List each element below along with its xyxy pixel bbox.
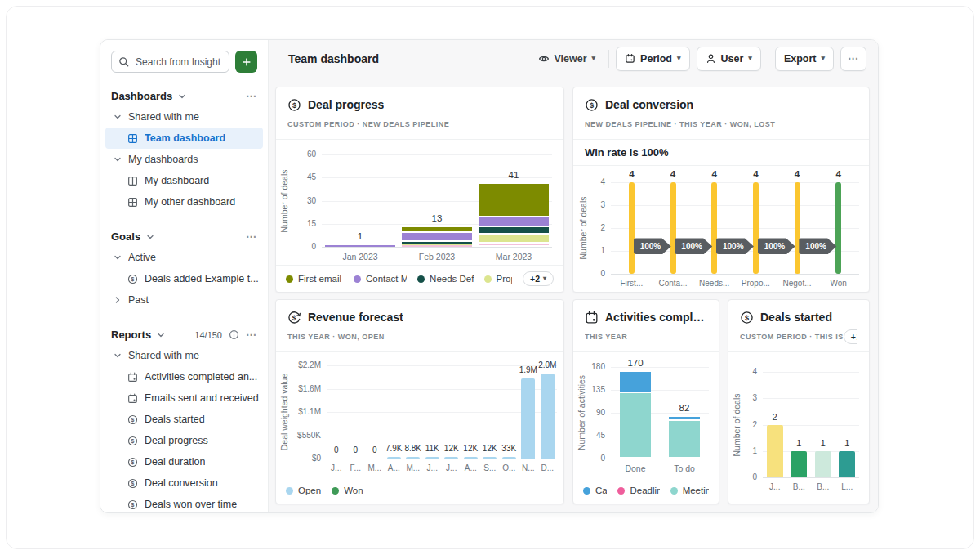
sidebar-item-deals-added-example-t[interactable]: $Deals added Example t... bbox=[105, 268, 263, 289]
sidebar-item-deal-duration[interactable]: $Deal duration bbox=[105, 451, 263, 472]
sidebar-item-shared-with-me[interactable]: Shared with me bbox=[105, 106, 263, 128]
bar-segment-meeting[interactable] bbox=[620, 393, 651, 457]
section-menu-button[interactable]: ⋯ bbox=[246, 91, 257, 101]
chevron-down-icon: ▾ bbox=[821, 55, 825, 62]
bar-segment-contact-made[interactable] bbox=[325, 245, 395, 247]
more-actions-button[interactable]: ⋯ bbox=[840, 47, 866, 71]
bar-total-label: 82 bbox=[679, 403, 690, 413]
bar-segment-contact-made[interactable] bbox=[479, 217, 549, 225]
export-label: Export bbox=[784, 53, 817, 65]
bar-l-3[interactable] bbox=[839, 451, 855, 477]
sidebar-section-header-goals[interactable]: Goals⋯ bbox=[100, 226, 268, 247]
search-box[interactable] bbox=[111, 51, 229, 73]
bar-segment-contact-made[interactable] bbox=[402, 233, 472, 240]
bar-a-3[interactable] bbox=[387, 457, 401, 459]
bar-segment-call[interactable] bbox=[620, 372, 651, 392]
sidebar-section-dashboards: Dashboards⋯Shared with meTeam dashboardM… bbox=[100, 86, 268, 213]
bar-segment-first-email-sent[interactable] bbox=[479, 184, 549, 216]
bar-first-0[interactable] bbox=[629, 182, 635, 274]
bar-b-2[interactable] bbox=[815, 451, 831, 477]
bar-o-9[interactable] bbox=[502, 457, 516, 459]
bar-propo-3[interactable] bbox=[753, 182, 759, 274]
y-tick-label: 0 bbox=[743, 472, 757, 481]
bar-s-8[interactable] bbox=[483, 457, 497, 459]
legend-item-deadline[interactable]: Deadline bbox=[617, 486, 659, 495]
legend-item-meeting[interactable]: Meeting bbox=[670, 486, 709, 495]
sidebar-item-emails-sent-and-received[interactable]: Emails sent and received bbox=[105, 387, 263, 409]
bar-d-11[interactable] bbox=[541, 374, 555, 459]
pill-label: +2 bbox=[530, 274, 540, 284]
bar-a-7[interactable] bbox=[464, 457, 478, 459]
sidebar-item-active[interactable]: Active bbox=[105, 247, 263, 268]
gridline bbox=[322, 154, 552, 155]
legend-item-propo[interactable]: Propo bbox=[484, 274, 512, 284]
section-menu-button[interactable]: ⋯ bbox=[246, 329, 257, 340]
sidebar-section-header-dashboards[interactable]: Dashboards⋯ bbox=[100, 86, 268, 106]
bar-segment-other-2[interactable] bbox=[479, 244, 549, 245]
sidebar-item-activities-completed-an[interactable]: Activities completed an... bbox=[105, 366, 263, 387]
legend-item-call[interactable]: Call bbox=[583, 486, 607, 495]
revenue-forecast-legend: OpenWon bbox=[276, 477, 564, 504]
legend-label: Meeting bbox=[683, 486, 709, 495]
bar-segment-propo[interactable] bbox=[402, 244, 472, 245]
svg-text:$: $ bbox=[590, 101, 594, 109]
x-tick-label: B... bbox=[817, 482, 829, 491]
sidebar-item-deals-started[interactable]: $Deals started bbox=[105, 409, 263, 430]
sidebar-item-deal-progress[interactable]: $Deal progress bbox=[105, 430, 263, 451]
period-label: Period bbox=[640, 53, 672, 65]
add-report-button[interactable] bbox=[235, 51, 257, 73]
sidebar-item-my-other-dashboard[interactable]: My other dashboard bbox=[105, 191, 263, 213]
section-menu-button[interactable]: ⋯ bbox=[246, 231, 257, 242]
chevron-down-icon: ▾ bbox=[748, 55, 752, 62]
viewer-dropdown[interactable]: Viewer ▾ bbox=[532, 53, 603, 65]
dollar-circle-icon: $ bbox=[127, 478, 138, 489]
y-tick-label: 1 bbox=[743, 446, 757, 455]
bar-negot-4[interactable] bbox=[795, 182, 800, 274]
legend-more-pill[interactable]: +2▾ bbox=[523, 271, 554, 286]
y-axis-label: Deal weighted value bbox=[279, 374, 289, 451]
more-filters-pill[interactable]: +1 ▾ bbox=[844, 329, 858, 344]
bar-conta-1[interactable] bbox=[670, 182, 676, 274]
bar-segment-other-2[interactable] bbox=[402, 245, 472, 247]
bar-segment-call[interactable] bbox=[669, 417, 700, 419]
period-filter-button[interactable]: Period ▾ bbox=[616, 47, 689, 71]
pill-label: +1 bbox=[851, 332, 858, 342]
sidebar-item-deals-won-over-time[interactable]: $Deals won over time bbox=[105, 494, 263, 512]
user-filter-button[interactable]: User ▾ bbox=[697, 47, 761, 71]
sidebar-item-my-dashboard[interactable]: My dashboard bbox=[105, 170, 263, 191]
bar-j-5[interactable] bbox=[425, 457, 439, 459]
plus-icon bbox=[242, 57, 252, 67]
bar-segment-meeting[interactable] bbox=[669, 421, 700, 457]
sidebar-item-deal-conversion[interactable]: $Deal conversion bbox=[105, 472, 263, 494]
y-tick-label: $2.2M bbox=[291, 360, 321, 369]
card-title: Revenue forecast bbox=[308, 311, 403, 324]
bar-b-1[interactable] bbox=[791, 451, 807, 477]
bar-m-4[interactable] bbox=[406, 457, 420, 459]
sidebar-item-my-dashboards[interactable]: My dashboards bbox=[105, 149, 263, 170]
sidebar-item-past[interactable]: Past bbox=[105, 289, 263, 311]
bar-segment-first-email-sent[interactable] bbox=[402, 227, 472, 232]
bar-j-6[interactable] bbox=[444, 457, 458, 459]
bar-won-5[interactable] bbox=[835, 182, 841, 274]
bar-segment-propo[interactable] bbox=[479, 235, 549, 242]
bar-n-10[interactable] bbox=[521, 378, 535, 459]
legend-item-won[interactable]: Won bbox=[332, 486, 363, 495]
sidebar-section-header-reports[interactable]: Reports14/150⋯ bbox=[100, 324, 268, 345]
search-input[interactable] bbox=[134, 56, 222, 69]
legend-item-contact-made[interactable]: Contact Made bbox=[354, 274, 407, 284]
bar-segment-needs-defined[interactable] bbox=[479, 227, 549, 233]
section-title: Goals bbox=[111, 231, 140, 243]
legend-item-needs-defined[interactable]: Needs Defined bbox=[417, 274, 474, 284]
screenshot-stage: Dashboards⋯Shared with meTeam dashboardM… bbox=[0, 0, 980, 555]
legend-item-open[interactable]: Open bbox=[286, 486, 321, 495]
legend-item-first-email-sent[interactable]: First email sent bbox=[286, 274, 343, 284]
sidebar-item-shared-with-me[interactable]: Shared with me bbox=[105, 345, 263, 366]
info-icon[interactable] bbox=[229, 329, 239, 340]
bar-segment-needs-defined[interactable] bbox=[402, 242, 472, 244]
bar-j-0[interactable] bbox=[767, 425, 783, 478]
export-button[interactable]: Export ▾ bbox=[775, 47, 834, 71]
sidebar-search-row bbox=[100, 51, 268, 73]
sidebar-item-team-dashboard[interactable]: Team dashboard bbox=[105, 128, 263, 149]
bar-needs-2[interactable] bbox=[711, 182, 717, 274]
bar-value-label: 2.0M bbox=[538, 360, 556, 369]
